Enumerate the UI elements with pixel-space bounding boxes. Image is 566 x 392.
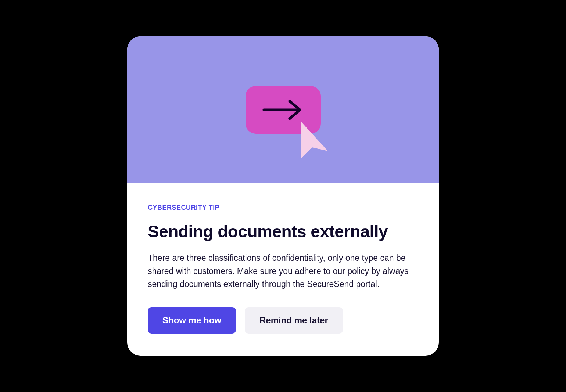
remind-me-later-button[interactable]: Remind me later (245, 307, 343, 334)
cursor-icon (295, 119, 332, 163)
eyebrow-label: CYBERSECURITY TIP (148, 204, 418, 212)
card-title: Sending documents externally (148, 222, 418, 241)
hero-illustration (127, 36, 439, 183)
arrow-right-icon (261, 99, 305, 121)
button-row: Show me how Remind me later (148, 307, 418, 334)
tip-card: CYBERSECURITY TIP Sending documents exte… (127, 36, 439, 356)
show-me-how-button[interactable]: Show me how (148, 307, 236, 334)
card-content: CYBERSECURITY TIP Sending documents exte… (127, 183, 439, 356)
card-body: There are three classifications of confi… (148, 252, 418, 291)
